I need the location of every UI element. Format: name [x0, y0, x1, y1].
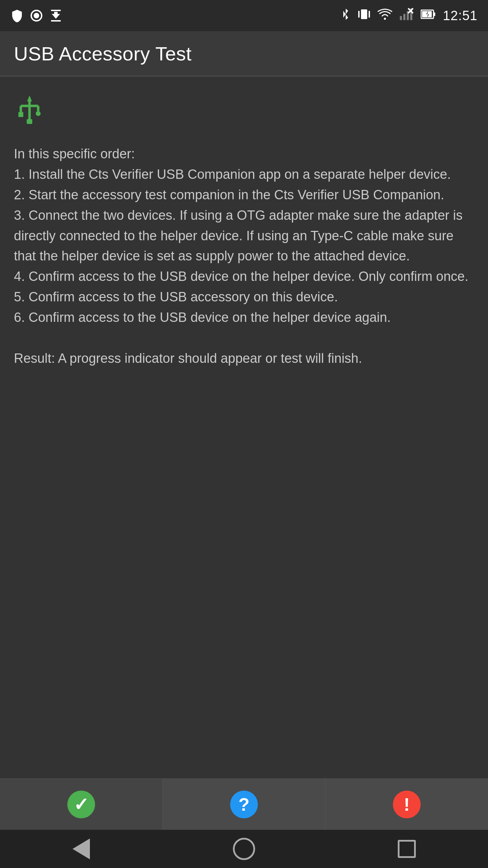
fail-exclamation-icon: ! [404, 795, 410, 813]
usb-icon-container [14, 94, 474, 130]
usb-icon [14, 94, 474, 130]
instruction-step1: 1. Install the Cts Verifier USB Companio… [14, 164, 474, 185]
nav-back-button[interactable] [67, 835, 95, 863]
record-icon [30, 9, 43, 22]
svg-rect-23 [18, 112, 23, 117]
page-title: USB Accessory Test [14, 42, 192, 65]
svg-rect-9 [400, 16, 402, 20]
nav-recents-button[interactable] [393, 835, 421, 863]
nav-bar [0, 830, 488, 868]
svg-rect-5 [361, 9, 367, 19]
shield-icon [10, 9, 24, 22]
instruction-step4: 4. Confirm access to the USB device on t… [14, 266, 474, 287]
instruction-step2: 2. Start the accessory test companion in… [14, 185, 474, 205]
svg-rect-16 [434, 12, 435, 16]
svg-rect-26 [27, 119, 32, 124]
bottom-action-buttons: ✓ ? ! [0, 778, 488, 830]
svg-rect-6 [358, 11, 360, 18]
status-bar-left-icons [10, 9, 62, 22]
recents-icon [398, 840, 416, 858]
instructions-text: In this specific order: 1. Install the C… [14, 144, 474, 768]
fail-button[interactable]: ! [326, 779, 488, 830]
instruction-step6: 6. Confirm access to the USB device on t… [14, 307, 474, 328]
svg-point-8 [384, 18, 386, 20]
pass-button[interactable]: ✓ [0, 779, 163, 830]
svg-point-1 [34, 13, 39, 18]
instruction-step5: 5. Confirm access to the USB accessory o… [14, 287, 474, 307]
svg-rect-3 [51, 20, 61, 22]
battery-icon [421, 8, 436, 24]
back-icon [73, 838, 90, 859]
main-content: In this specific order: 1. Install the C… [0, 76, 488, 778]
status-bar: 12:51 [0, 0, 488, 31]
nav-home-button[interactable] [230, 835, 258, 863]
status-bar-right-icons: 12:51 [341, 7, 478, 24]
instruction-step3: 3. Connect the two devices. If using a O… [14, 205, 474, 267]
info-button[interactable]: ? [163, 779, 326, 830]
home-icon [233, 838, 255, 860]
app-bar: USB Accessory Test [0, 31, 488, 76]
bluetooth-icon [341, 7, 351, 24]
svg-rect-10 [403, 14, 405, 20]
download-icon [49, 9, 62, 22]
svg-point-24 [36, 111, 41, 116]
svg-rect-2 [51, 10, 61, 11]
info-question-icon: ? [238, 795, 250, 813]
info-icon-circle: ? [230, 791, 258, 818]
fail-icon-circle: ! [393, 791, 421, 818]
pass-icon-circle: ✓ [67, 791, 95, 818]
instruction-result: Result: A progress indicator should appe… [14, 348, 474, 369]
pass-checkmark-icon: ✓ [74, 795, 89, 813]
svg-marker-4 [52, 12, 60, 19]
time-display: 12:51 [443, 8, 478, 23]
no-signal-icon [399, 8, 414, 24]
wifi-icon [378, 8, 392, 23]
instruction-intro: In this specific order: [14, 144, 474, 164]
svg-marker-25 [27, 95, 32, 101]
svg-rect-7 [369, 11, 370, 18]
vibrate-icon [357, 7, 371, 24]
